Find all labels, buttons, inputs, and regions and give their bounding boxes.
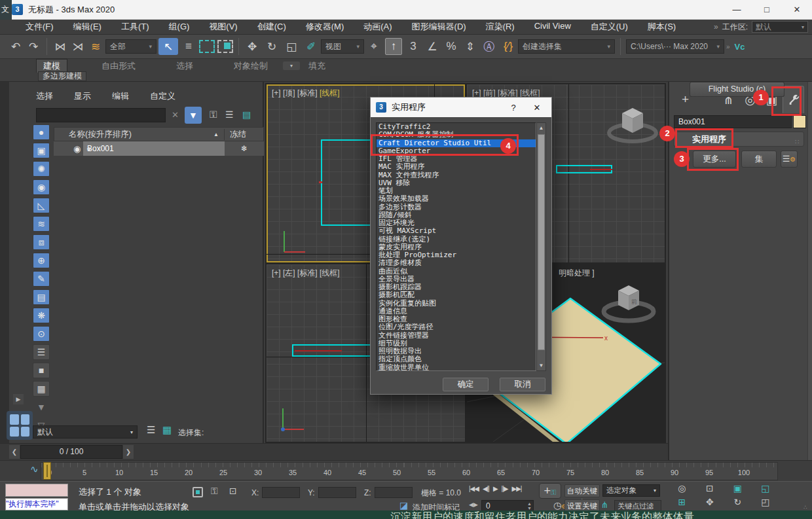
scroll-down-icon[interactable]: ▼ [537, 361, 545, 370]
display-containers-icon[interactable]: ▤ [33, 289, 50, 305]
utility-list-item[interactable]: 曲面近似 [377, 268, 536, 276]
unlink-selection-icon[interactable]: ⋊ [70, 38, 86, 55]
absolute-offset-toggle-icon[interactable]: ⊡ [229, 486, 237, 496]
selection-lock-icon[interactable]: ⚿ [211, 486, 218, 497]
frozen-column-header[interactable]: 冻结 [224, 129, 263, 140]
utility-list-item[interactable]: 实例化重复的贴图 [377, 300, 536, 308]
pivot-center-icon[interactable]: ⌖ [366, 38, 382, 55]
play-icon[interactable]: ▶ [493, 485, 498, 492]
workspace-dropdown[interactable]: 默认▾ [752, 21, 808, 33]
explorer-stack-icon[interactable]: ☰ [147, 424, 155, 436]
display-cameras-icon[interactable]: ◉ [33, 179, 50, 195]
window-crossing-icon[interactable] [217, 40, 233, 53]
utility-list-item[interactable]: 清理多维材质 [377, 259, 536, 267]
zoom-extents-icon[interactable]: ▣ [733, 483, 742, 497]
bind-to-space-warp-icon[interactable]: ≋ [88, 38, 103, 55]
mxs-braces-icon[interactable]: {⁄} [500, 38, 516, 55]
menu-item[interactable]: 创建(C) [248, 21, 296, 33]
percent-snap-icon[interactable]: % [443, 38, 459, 55]
spinner-snap-icon[interactable]: ⇕ [462, 38, 478, 55]
rectangular-region-icon[interactable] [199, 40, 215, 53]
go-end-icon[interactable]: ▶▶| [511, 485, 521, 492]
utility-list-item[interactable]: 指定顶点颜色 [377, 355, 536, 363]
menu-item[interactable]: 文件(F) [16, 21, 64, 33]
orbit-icon[interactable]: ↻ [733, 497, 741, 510]
explorer-grid-icon[interactable]: ▦ [162, 424, 172, 436]
next-frame-icon[interactable]: ||▶ [502, 485, 508, 492]
utility-list-item[interactable]: 文件链接管理器 [377, 332, 536, 340]
region-zoom-icon[interactable]: ⊞ [678, 497, 686, 510]
snap-3d-icon[interactable]: 3 [405, 38, 421, 55]
go-start-icon[interactable]: |◀◀ [469, 485, 479, 492]
menu-item[interactable]: 组(G) [159, 21, 200, 33]
utility-list-item[interactable]: 链接继承(选定) [377, 236, 536, 243]
maximize-button[interactable]: □ [752, 0, 782, 20]
hierarchy-mode-icon[interactable]: ☰ [225, 109, 234, 120]
explorer-menu-item[interactable]: 选择 [36, 90, 53, 102]
frame-step-arrows[interactable]: ◀▶ [469, 501, 478, 508]
ribbon-config-dropdown[interactable]: ▾ [283, 62, 300, 70]
menu-item[interactable]: 修改器(M) [296, 21, 354, 33]
move-icon[interactable]: ✥ [244, 38, 260, 55]
previous-frame-arrow[interactable]: ❮ [9, 445, 20, 459]
explorer-menu-item[interactable]: 自定义 [150, 90, 175, 102]
detail-view-icon[interactable]: ▦ [33, 381, 50, 397]
viewport-left-label[interactable]: [+] [左] [标准] [线框] [272, 268, 340, 279]
dialog-scrollbar[interactable]: ▲ ▼ [536, 122, 546, 371]
auto-key-button[interactable]: 自动关键点 [564, 484, 600, 497]
utility-list-item[interactable]: 重缩放世界单位 [377, 364, 536, 372]
zoom-all-icon[interactable]: ◱ [761, 483, 769, 497]
ribbon-tab[interactable]: 建模 [36, 59, 67, 73]
utility-button[interactable]: Flight Studio (c) [690, 82, 784, 97]
selection-region-icon[interactable] [193, 487, 203, 497]
visibility-eye-icon[interactable]: ◉ [73, 144, 81, 154]
undo-icon[interactable]: ↶ [8, 38, 24, 55]
named-selection-sets-dropdown[interactable]: 创建选择集▾ [518, 39, 615, 54]
object-color-swatch[interactable] [793, 115, 806, 128]
object-name-field[interactable] [674, 115, 792, 128]
dialog-title-bar[interactable]: 3 实用程序 ? ✕ [371, 98, 551, 117]
utility-list-item[interactable]: 位图/光度学路径 [377, 323, 536, 331]
ribbon-tab[interactable]: 自由形式 [95, 60, 142, 73]
menu-item[interactable]: 图形编辑器(D) [402, 21, 476, 33]
angle-snap-icon[interactable]: ∠ [424, 38, 440, 55]
viewcube-front[interactable] [604, 99, 661, 146]
lock-explorer-icon[interactable]: ⚿ [210, 109, 217, 120]
utility-list-item[interactable]: 可视 MAXScript [377, 227, 536, 235]
use-pivot-icon[interactable]: ↑ [385, 38, 402, 55]
viewport-layout-tab-icon[interactable] [7, 411, 33, 440]
display-geometry-icon[interactable]: ● [33, 124, 50, 140]
menu-item[interactable]: 脚本(S) [638, 21, 686, 33]
menu-item[interactable]: 编辑(E) [64, 21, 111, 33]
scrollbar-thumb[interactable] [538, 134, 545, 350]
ribbon-tab[interactable]: 选择 [170, 60, 200, 73]
pan-icon[interactable]: ✥ [706, 497, 714, 510]
mini-curve-editor-icon[interactable]: ∿ [30, 463, 39, 475]
display-shapes-icon[interactable]: ▣ [33, 143, 50, 158]
ribbon-tab[interactable]: 对象绘制 [227, 60, 274, 73]
maxscript-mini-listener-output[interactable]: "执行脚本完毕" [5, 498, 68, 510]
display-lights-icon[interactable]: ✺ [33, 161, 50, 177]
configure-button-sets-icon[interactable]: ☰⚙ [781, 151, 798, 168]
ribbon-tab[interactable]: 填充 [302, 60, 332, 73]
next-frame-arrow[interactable]: ❯ [123, 445, 134, 459]
display-particles-icon[interactable]: ❋ [33, 308, 50, 323]
explorer-search-input[interactable] [36, 108, 166, 122]
utility-list-item[interactable]: 多边形计数器 [377, 204, 536, 211]
viewport-top-label[interactable]: [+] [顶] [标准] [线框] [272, 88, 340, 99]
key-filter-scope-dropdown[interactable]: 选定对象 ▾ [602, 484, 660, 497]
toolbar-overflow-icon[interactable]: » [726, 43, 730, 50]
scale-icon[interactable]: ◱ [284, 38, 299, 55]
rotate-icon[interactable]: ↻ [264, 38, 280, 55]
object-name-cell[interactable]: Box001 [83, 141, 225, 156]
dialog-help-button[interactable]: ? [504, 103, 523, 113]
display-xrefs-icon[interactable]: ⊕ [33, 253, 50, 268]
zoom-icon[interactable]: ◎ [678, 483, 686, 497]
selection-filter-dropdown[interactable]: 全部▾ [105, 39, 157, 54]
time-slider-value[interactable]: 0 / 100 [20, 445, 122, 459]
vc-toggle-icon[interactable]: Vc [732, 38, 748, 55]
set-keys-button[interactable]: +⚿ [539, 483, 561, 499]
zoom-window-icon[interactable]: ⊡ [706, 483, 714, 497]
y-coordinate-field[interactable] [318, 487, 356, 498]
utility-list-item[interactable]: 场景效果加载器 [377, 195, 536, 203]
